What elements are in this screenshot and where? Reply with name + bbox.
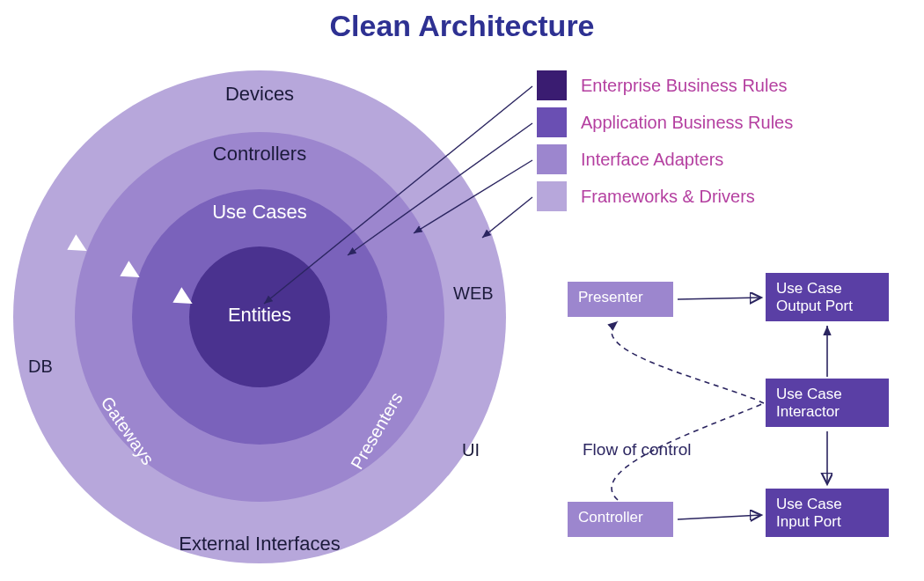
swatch-icon: [537, 181, 567, 211]
label-external-interfaces: External Interfaces: [13, 533, 506, 555]
legend-label: Frameworks & Drivers: [581, 187, 755, 207]
legend-item-application: Application Business Rules: [537, 107, 793, 137]
label-ui: UI: [462, 440, 480, 460]
svg-line-4: [678, 298, 761, 299]
legend-item-frameworks: Frameworks & Drivers: [537, 181, 793, 211]
label-controllers: Controllers: [75, 143, 444, 165]
legend: Enterprise Business Rules Application Bu…: [537, 70, 793, 218]
box-controller: Controller: [568, 502, 673, 537]
label-flow-of-control: Flow of control: [583, 440, 692, 460]
legend-item-interface: Interface Adapters: [537, 144, 793, 174]
box-presenter: Presenter: [568, 282, 673, 317]
box-use-case-input-port: Use Case Input Port: [766, 489, 889, 537]
legend-item-enterprise: Enterprise Business Rules: [537, 70, 793, 100]
label-use-cases: Use Cases: [132, 201, 387, 224]
swatch-icon: [537, 70, 567, 100]
label-web: WEB: [453, 283, 494, 304]
label-entities: Entities: [189, 304, 330, 327]
legend-label: Application Business Rules: [581, 113, 793, 133]
label-db: DB: [28, 357, 53, 377]
svg-line-5: [678, 515, 761, 519]
swatch-icon: [537, 144, 567, 174]
legend-label: Interface Adapters: [581, 150, 723, 170]
label-devices: Devices: [13, 83, 506, 106]
legend-label: Enterprise Business Rules: [581, 76, 788, 96]
diagram-title: Clean Architecture: [0, 9, 924, 43]
box-use-case-interactor: Use Case Interactor: [766, 379, 889, 427]
swatch-icon: [537, 107, 567, 137]
box-use-case-output-port: Use Case Output Port: [766, 273, 889, 321]
